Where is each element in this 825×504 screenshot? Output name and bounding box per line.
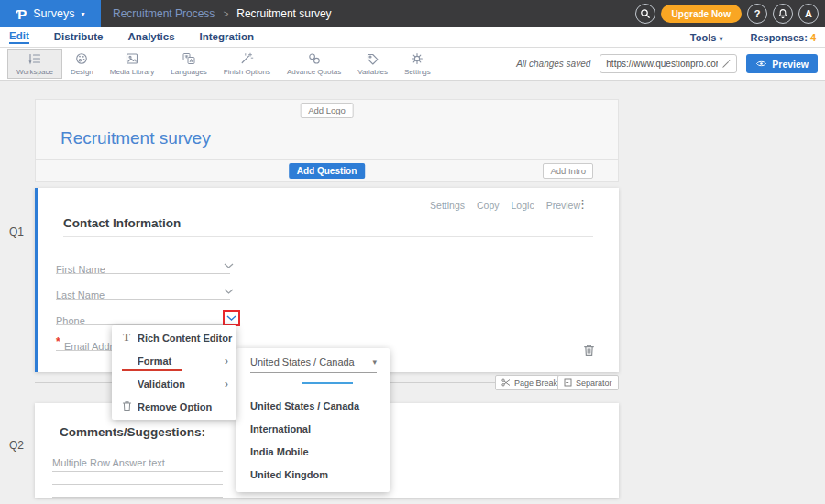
toolbar-item-workspace[interactable]: Workspace — [7, 49, 62, 79]
phone-format-submenu: United States / Canada ▾ United States /… — [236, 348, 390, 492]
submenu-arrow-icon: › — [225, 355, 228, 367]
toolbar-item-languages[interactable]: Languages — [162, 49, 215, 79]
responses-link[interactable]: Responses: 4 — [750, 32, 816, 43]
question-actions: Settings Copy Logic Preview — [430, 200, 580, 211]
help-button[interactable]: ? — [747, 4, 767, 24]
magic-wand-icon — [239, 52, 254, 65]
question-number-q2: Q2 — [9, 439, 24, 452]
tab-analytics[interactable]: Analytics — [127, 31, 174, 43]
format-select[interactable]: United States / Canada ▾ — [250, 356, 377, 373]
breadcrumb: Recruitment Process > Recruitment survey — [113, 7, 332, 20]
row-options-context-menu: T Rich Content Editor Format › Validatio… — [112, 325, 236, 420]
upgrade-now-button[interactable]: Upgrade Now — [661, 5, 742, 23]
top-bar: Ƥ Surveys ▾ Recruitment Process > Recrui… — [0, 0, 825, 27]
survey-header: Add Logo Recruitment survey Add Question… — [35, 99, 619, 182]
menu-item-validation[interactable]: Validation › — [112, 372, 236, 395]
chevron-down-icon[interactable] — [224, 263, 234, 268]
trash-icon — [122, 400, 132, 411]
field-row-phone[interactable]: Phone — [56, 312, 230, 325]
breadcrumb-current: Recruitment survey — [236, 7, 331, 20]
toolbar-item-media-library[interactable]: Media Library — [102, 49, 162, 79]
add-logo-button[interactable]: Add Logo — [300, 103, 354, 118]
multirow-answer-placeholder[interactable]: Multiple Row Answer text — [52, 457, 223, 472]
add-intro-button[interactable]: Add Intro — [543, 163, 593, 179]
chevron-down-icon[interactable] — [226, 315, 236, 321]
search-button[interactable] — [635, 4, 655, 24]
separator-button[interactable]: Separator — [557, 375, 619, 390]
autosave-status: All changes saved — [516, 59, 590, 69]
submenu-arrow-icon: › — [225, 378, 228, 389]
search-icon — [640, 8, 651, 19]
survey-header-footer: Add Question Add Intro — [36, 159, 618, 181]
questionpro-survey-editor: Ƥ Surveys ▾ Recruitment Process > Recrui… — [0, 0, 825, 504]
toolbar-item-advance-quotas[interactable]: Advance Quotas — [279, 49, 349, 79]
tab-distribute[interactable]: Distribute — [54, 31, 104, 43]
question-logic-button[interactable]: Logic — [512, 200, 534, 211]
bell-icon — [777, 8, 788, 19]
format-option-india-mobile[interactable]: India Mobile — [250, 440, 382, 463]
page-break-button[interactable]: Page Break — [495, 375, 564, 390]
eye-icon — [755, 60, 767, 68]
editor-toolbar: Workspace Design Media Library Languages… — [0, 48, 825, 81]
question-more-menu-icon[interactable]: ⋮ — [577, 197, 588, 211]
breadcrumb-separator-icon: > — [223, 9, 228, 19]
question-settings-button[interactable]: Settings — [430, 200, 465, 211]
text-editor-icon: T — [120, 331, 133, 345]
preview-button[interactable]: Preview — [746, 54, 818, 73]
format-option-united-kingdom[interactable]: United Kingdom — [250, 463, 382, 486]
scissors-icon — [501, 378, 511, 387]
breadcrumb-parent[interactable]: Recruitment Process — [113, 7, 214, 20]
chain-links-icon — [307, 52, 322, 65]
questionpro-logo: Ƥ — [16, 6, 28, 22]
section-nav: Edit Distribute Analytics Integration To… — [0, 27, 825, 48]
toolbar-item-variables[interactable]: Variables — [349, 49, 396, 79]
design-palette-icon — [74, 52, 89, 65]
format-selected-value: United States / Canada — [250, 356, 355, 367]
survey-url-field[interactable] — [600, 54, 737, 73]
workspace-icon — [28, 52, 42, 65]
field-row-last-name[interactable]: Last Name — [56, 286, 230, 300]
notifications-button[interactable] — [773, 4, 793, 24]
question-copy-button[interactable]: Copy — [477, 200, 500, 211]
trash-icon[interactable] — [583, 344, 595, 356]
question-number-q1: Q1 — [9, 225, 24, 238]
survey-url-input[interactable] — [606, 59, 718, 69]
menu-item-format[interactable]: Format › — [112, 349, 236, 372]
select-focus-indicator — [302, 382, 353, 384]
toolbar-item-settings[interactable]: Settings — [396, 49, 439, 79]
toolbar-item-finish-options[interactable]: Finish Options — [215, 49, 279, 79]
tools-menu[interactable]: Tools ▾ — [690, 32, 723, 43]
separator-icon — [564, 378, 572, 387]
tab-integration[interactable]: Integration — [200, 31, 254, 43]
caret-down-icon: ▾ — [719, 35, 722, 43]
help-icon: ? — [754, 8, 761, 19]
answer-line — [52, 484, 223, 485]
question-preview-button[interactable]: Preview — [546, 200, 580, 211]
avatar-initial: A — [805, 8, 812, 19]
caret-down-icon: ▾ — [372, 357, 377, 367]
add-question-button[interactable]: Add Question — [289, 163, 366, 179]
question-title-underline — [63, 236, 593, 237]
format-option-international[interactable]: International — [250, 417, 382, 440]
languages-icon — [182, 52, 196, 65]
media-library-icon — [125, 52, 139, 65]
account-avatar[interactable]: A — [798, 4, 819, 24]
surveys-menu[interactable]: Ƥ Surveys ▾ — [0, 0, 101, 27]
format-option-us-canada[interactable]: United States / Canada — [250, 394, 382, 417]
gear-icon — [410, 52, 424, 65]
annotation-highlight-box — [223, 310, 240, 326]
tab-edit[interactable]: Edit — [9, 30, 29, 44]
tag-icon — [366, 52, 380, 65]
edit-pencil-icon[interactable] — [721, 59, 732, 69]
caret-down-icon: ▾ — [81, 10, 84, 18]
menu-item-rich-content-editor[interactable]: T Rich Content Editor — [112, 326, 236, 349]
survey-title[interactable]: Recruitment survey — [60, 128, 211, 148]
menu-item-remove-option[interactable]: Remove Option — [112, 395, 236, 418]
format-options-list: United States / Canada International Ind… — [250, 394, 382, 486]
question-title-q2[interactable]: Comments/Suggestions: — [60, 425, 205, 439]
answer-line — [52, 497, 223, 498]
toolbar-item-design[interactable]: Design — [62, 49, 102, 79]
chevron-down-icon[interactable] — [224, 289, 234, 294]
field-row-first-name[interactable]: First Name — [56, 260, 230, 274]
question-title-q1[interactable]: Contact Information — [63, 216, 181, 230]
